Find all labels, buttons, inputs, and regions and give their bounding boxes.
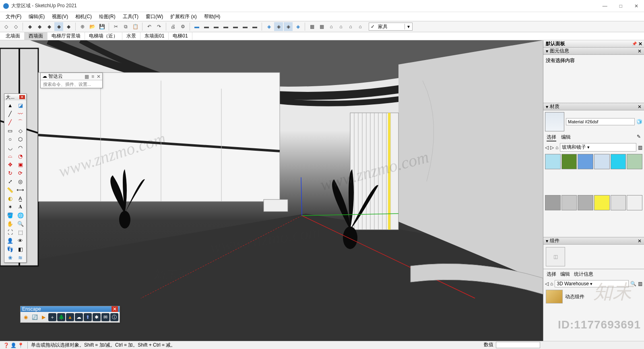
- freehand-icon[interactable]: 〰: [16, 110, 26, 118]
- tag-icon[interactable]: ◆: [25, 22, 34, 31]
- zoom-extents-icon[interactable]: ⛶: [5, 228, 15, 236]
- look-around-icon[interactable]: 👁: [16, 237, 26, 245]
- enscape-material-icon[interactable]: ▲: [66, 313, 74, 321]
- view-icon[interactable]: ◈: [284, 22, 293, 31]
- close-icon[interactable]: ✕: [638, 238, 642, 244]
- material-swatch[interactable]: [627, 195, 642, 210]
- home-icon[interactable]: ⌂: [356, 22, 365, 31]
- menu-edit[interactable]: 编辑(E): [25, 12, 48, 21]
- home-icon[interactable]: ⌂: [555, 145, 558, 150]
- material-swatch[interactable]: [611, 154, 626, 169]
- enscape-upload-icon[interactable]: ⬆: [84, 313, 92, 321]
- rectangle-icon[interactable]: ▭: [5, 127, 15, 135]
- move-icon[interactable]: ✥: [5, 160, 15, 168]
- tag-icon[interactable]: ◆: [45, 22, 54, 31]
- create-material-icon[interactable]: 🧊: [636, 119, 642, 125]
- maximize-button[interactable]: □: [617, 2, 625, 10]
- material-swatch[interactable]: [594, 195, 610, 210]
- text-icon[interactable]: A̲: [16, 194, 26, 202]
- menu-help[interactable]: 帮助(H): [201, 12, 224, 21]
- position-camera-icon[interactable]: 👤: [5, 237, 15, 245]
- back-icon[interactable]: ◁: [545, 145, 549, 150]
- select-icon[interactable]: ▲: [5, 101, 15, 109]
- materials-tab-edit[interactable]: 编辑: [561, 134, 571, 141]
- pushpull-icon[interactable]: ▣: [16, 160, 26, 168]
- close-button[interactable]: ✕: [632, 2, 641, 10]
- settings-icon[interactable]: ⚙: [178, 22, 187, 31]
- component-search[interactable]: ✓ ▾: [369, 23, 413, 31]
- 3dtext-icon[interactable]: 𝐀: [16, 203, 26, 211]
- scene-tab[interactable]: 北墙面: [2, 32, 25, 40]
- enscape-start-icon[interactable]: ◉: [22, 313, 30, 321]
- collapse-icon[interactable]: ▾: [546, 104, 548, 110]
- eyedropper-icon[interactable]: ✎: [637, 134, 641, 141]
- components-tab-select[interactable]: 选择: [547, 271, 556, 278]
- enscape-feedback-icon[interactable]: ✉: [101, 313, 109, 321]
- arc-icon[interactable]: ⌒: [16, 118, 26, 126]
- zhidayun-panel[interactable]: ☁ 智达云 ▦ ≡ ✕: [40, 73, 103, 88]
- geo-icon[interactable]: 👤: [10, 343, 16, 348]
- box-icon[interactable]: ▬: [250, 22, 259, 31]
- box-icon[interactable]: ▬: [192, 22, 201, 31]
- toolset-header[interactable]: 大... ✕: [4, 94, 26, 100]
- forward-icon[interactable]: ▷: [550, 145, 554, 150]
- pie-icon[interactable]: ◔: [16, 152, 26, 160]
- box-icon[interactable]: ▬: [241, 22, 250, 31]
- redo-icon[interactable]: ↷: [155, 22, 163, 31]
- axes-icon[interactable]: ✶: [5, 203, 15, 211]
- entity-info-header[interactable]: ▾ 图元信息 ✕: [543, 48, 644, 55]
- close-icon[interactable]: ✕: [19, 95, 25, 99]
- scene-tab[interactable]: 西墙面: [25, 32, 47, 40]
- enscape-settings-icon[interactable]: ✱: [93, 313, 101, 321]
- home-icon[interactable]: ⌂: [346, 22, 355, 31]
- zoom-icon[interactable]: 🔍: [16, 220, 26, 228]
- menu-file[interactable]: 文件(F): [2, 12, 25, 21]
- dropdown-icon[interactable]: ▾: [405, 24, 412, 29]
- paste-icon[interactable]: 📋: [131, 22, 140, 31]
- plugin-icon[interactable]: ≋: [16, 253, 26, 262]
- material-name-field[interactable]: Material #26dsf: [566, 118, 635, 125]
- scene-tab[interactable]: 东墙面01: [140, 32, 169, 40]
- section-icon[interactable]: ◧: [16, 245, 26, 253]
- view-icon[interactable]: ◈: [264, 22, 273, 31]
- materials-tab-select[interactable]: 选择: [547, 134, 556, 141]
- enscape-add-icon[interactable]: ＋: [48, 313, 56, 321]
- material-swatch[interactable]: [578, 195, 593, 210]
- box-icon[interactable]: ▦: [308, 22, 316, 31]
- components-header[interactable]: ▾ 组件 ✕: [543, 237, 644, 245]
- view-icon[interactable]: ◈: [293, 22, 302, 31]
- menu-window[interactable]: 窗口(W): [142, 12, 166, 21]
- copy-icon[interactable]: ⧉: [121, 22, 130, 31]
- box-icon[interactable]: ▬: [231, 22, 240, 31]
- grid-icon[interactable]: ▦: [85, 74, 89, 79]
- undo-icon[interactable]: ↶: [145, 22, 154, 31]
- component-thumb[interactable]: ◫: [546, 247, 565, 266]
- enscape-asset-icon[interactable]: 🌲: [57, 313, 65, 321]
- component-icon[interactable]: ◇: [11, 22, 20, 31]
- zhidayun-search-input[interactable]: [41, 80, 102, 88]
- dimension-icon[interactable]: ⟷: [16, 186, 26, 194]
- material-swatch[interactable]: [561, 154, 577, 169]
- materials-header[interactable]: ▾ 材质 ✕: [543, 103, 644, 110]
- walk-icon[interactable]: 👣: [5, 245, 15, 253]
- enscape-cloud-icon[interactable]: ☁: [75, 313, 83, 321]
- collapse-icon[interactable]: ▾: [546, 48, 548, 54]
- search-input[interactable]: [376, 24, 405, 29]
- rotated-rect-icon[interactable]: ◇: [16, 127, 26, 135]
- arc-icon[interactable]: ◠: [16, 143, 26, 152]
- offset-icon[interactable]: ◎: [16, 177, 26, 185]
- home-icon[interactable]: ⌂: [327, 22, 336, 31]
- scene-tab[interactable]: 电梯01: [169, 32, 192, 40]
- material-swatch[interactable]: [561, 195, 577, 210]
- collapse-icon[interactable]: ▾: [546, 238, 548, 244]
- material-swatch[interactable]: [578, 154, 593, 169]
- menu-icon[interactable]: ▥: [638, 145, 642, 150]
- box-icon[interactable]: ▦: [317, 22, 326, 31]
- circle-icon[interactable]: ○: [5, 135, 15, 143]
- menu-extensions[interactable]: 扩展程序 (x): [167, 12, 200, 21]
- save-icon[interactable]: 💾: [97, 22, 106, 31]
- close-icon[interactable]: ✕: [111, 306, 118, 312]
- scale-icon[interactable]: ⤢: [5, 177, 15, 185]
- material-swatch[interactable]: [627, 154, 642, 169]
- menu-icon[interactable]: ≡: [91, 74, 94, 79]
